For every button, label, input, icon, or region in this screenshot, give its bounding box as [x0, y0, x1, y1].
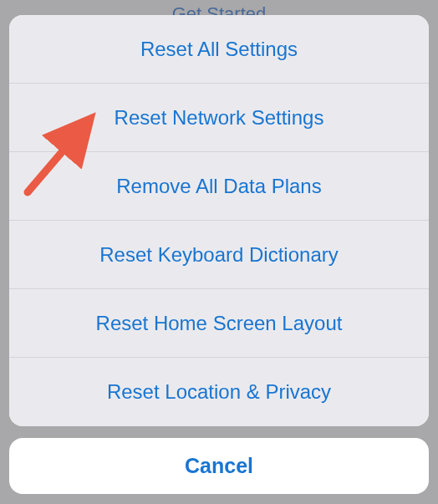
remove-all-data-plans-button[interactable]: Remove All Data Plans: [9, 152, 429, 221]
reset-keyboard-dictionary-button[interactable]: Reset Keyboard Dictionary: [9, 221, 429, 289]
reset-location-privacy-button[interactable]: Reset Location & Privacy: [9, 358, 429, 426]
cancel-button[interactable]: Cancel: [9, 438, 429, 494]
reset-network-settings-button[interactable]: Reset Network Settings: [9, 84, 429, 152]
reset-action-sheet: Reset All Settings Reset Network Setting…: [9, 15, 429, 426]
reset-home-screen-layout-button[interactable]: Reset Home Screen Layout: [9, 289, 429, 358]
reset-all-settings-button[interactable]: Reset All Settings: [9, 15, 429, 84]
